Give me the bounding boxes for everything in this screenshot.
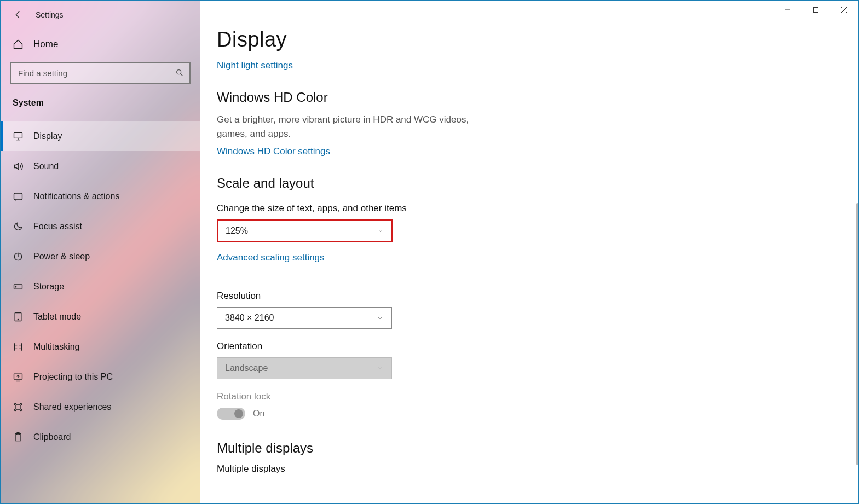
nav-label: Shared experiences [33, 402, 111, 412]
svg-point-10 [20, 403, 21, 405]
rotation-lock-toggle [217, 408, 245, 420]
nav-list: Display Sound Notifications & actions Fo… [1, 121, 200, 452]
advanced-scaling-link[interactable]: Advanced scaling settings [217, 252, 325, 263]
sidebar-item-multitasking[interactable]: Multitasking [1, 332, 200, 362]
night-light-link[interactable]: Night light settings [217, 60, 293, 71]
sidebar-item-clipboard[interactable]: Clipboard [1, 422, 200, 452]
close-icon [841, 7, 848, 13]
svg-point-11 [14, 409, 16, 410]
category-header: System [1, 98, 200, 121]
close-button[interactable] [830, 1, 858, 19]
notifications-icon [13, 191, 24, 202]
text-size-label: Change the size of text, apps, and other… [217, 203, 573, 214]
orientation-label: Orientation [217, 341, 573, 352]
rotation-lock-label: Rotation lock [217, 391, 573, 402]
nav-label: Multitasking [33, 342, 79, 352]
svg-rect-15 [814, 8, 818, 13]
sidebar-item-sound[interactable]: Sound [1, 151, 200, 181]
resolution-label: Resolution [217, 291, 573, 302]
orientation-value: Landscape [225, 363, 268, 373]
svg-point-9 [14, 403, 16, 405]
search-icon [175, 68, 184, 77]
sound-icon [13, 161, 24, 172]
active-indicator [1, 121, 3, 151]
multiple-displays-heading: Multiple displays [217, 441, 573, 456]
nav-label: Clipboard [33, 432, 71, 442]
svg-point-5 [15, 286, 16, 287]
sidebar-item-power[interactable]: Power & sleep [1, 241, 200, 271]
minimize-icon [784, 7, 791, 13]
scrollbar[interactable] [856, 203, 858, 465]
chevron-down-icon [376, 364, 384, 372]
nav-label: Focus assist [33, 222, 82, 231]
scale-heading: Scale and layout [217, 176, 573, 191]
orientation-dropdown: Landscape [217, 357, 392, 379]
display-icon [13, 131, 24, 142]
svg-rect-1 [14, 132, 22, 138]
svg-rect-2 [14, 193, 22, 200]
hd-color-heading: Windows HD Color [217, 90, 573, 105]
nav-label: Sound [33, 161, 59, 171]
hd-color-link[interactable]: Windows HD Color settings [217, 146, 330, 157]
sidebar-item-shared[interactable]: Shared experiences [1, 392, 200, 422]
home-icon [13, 39, 24, 50]
sidebar-item-projecting[interactable]: Projecting to this PC [1, 362, 200, 392]
svg-point-12 [20, 409, 21, 410]
rotation-lock-state: On [253, 409, 264, 419]
multitasking-icon [13, 341, 24, 352]
nav-label: Notifications & actions [33, 192, 119, 201]
minimize-button[interactable] [773, 1, 802, 19]
sidebar: Settings Home System Display Sound Notif… [1, 1, 200, 503]
window-controls [773, 1, 858, 19]
sidebar-item-focus-assist[interactable]: Focus assist [1, 211, 200, 241]
sidebar-item-storage[interactable]: Storage [1, 271, 200, 302]
chevron-down-icon [377, 227, 384, 235]
svg-point-0 [177, 70, 181, 74]
maximize-button[interactable] [802, 1, 830, 19]
sidebar-item-notifications[interactable]: Notifications & actions [1, 181, 200, 211]
sidebar-item-display[interactable]: Display [1, 121, 200, 151]
sidebar-item-tablet[interactable]: Tablet mode [1, 302, 200, 332]
multiple-displays-sub: Multiple displays [217, 464, 573, 474]
page-title: Display [217, 28, 573, 51]
tablet-icon [13, 311, 24, 322]
projecting-icon [13, 372, 24, 383]
moon-icon [13, 221, 24, 232]
main-panel: Display Night light settings Windows HD … [200, 1, 858, 503]
maximize-icon [812, 7, 819, 13]
nav-label: Power & sleep [33, 252, 90, 262]
text-size-dropdown[interactable]: 125% [217, 219, 393, 242]
hd-color-desc: Get a brighter, more vibrant picture in … [217, 113, 496, 141]
svg-point-7 [18, 319, 18, 320]
resolution-dropdown[interactable]: 3840 × 2160 [217, 307, 392, 329]
home-label: Home [33, 39, 58, 50]
back-button[interactable] [11, 8, 25, 21]
nav-label: Storage [33, 282, 64, 292]
arrow-left-icon [13, 10, 23, 20]
clipboard-icon [13, 432, 24, 443]
nav-label: Projecting to this PC [33, 372, 113, 382]
toggle-knob [234, 409, 243, 418]
text-size-value: 125% [226, 226, 248, 236]
resolution-value: 3840 × 2160 [225, 313, 274, 323]
window-title: Settings [36, 10, 64, 19]
nav-label: Display [33, 131, 62, 141]
sidebar-home[interactable]: Home [1, 22, 200, 62]
shared-icon [13, 402, 24, 413]
search-input[interactable] [10, 62, 191, 84]
nav-label: Tablet mode [33, 312, 81, 322]
chevron-down-icon [376, 314, 384, 322]
storage-icon [13, 281, 24, 292]
power-icon [13, 251, 24, 262]
